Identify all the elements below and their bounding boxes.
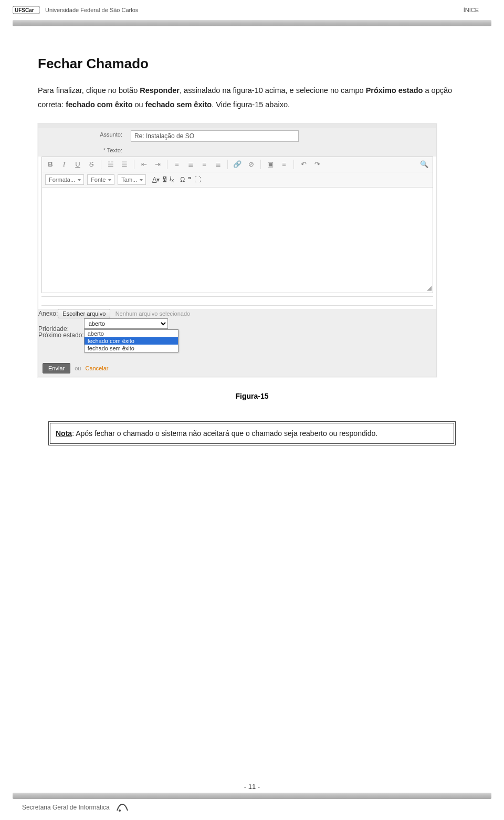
footer-line: Secretaria Geral de Informática bbox=[13, 802, 491, 813]
font-combo[interactable]: Fonte bbox=[87, 174, 114, 185]
numbered-list-icon[interactable]: ☱ bbox=[106, 159, 116, 170]
row-anexo: Anexo: Escolher arquivo Nenhum arquivo s… bbox=[38, 309, 436, 318]
dropdown-option-selected[interactable]: fechado com êxito bbox=[85, 337, 178, 345]
label-proximo-estado: Próximo estado: bbox=[38, 331, 84, 339]
proximo-estado-dropdown-open: aberto fechado com êxito fechado sem êxi… bbox=[84, 329, 178, 352]
outdent-icon[interactable]: ⇤ bbox=[139, 159, 149, 170]
note-prefix: Nota bbox=[56, 429, 72, 438]
resize-handle-icon[interactable]: ◢ bbox=[427, 284, 432, 292]
strike-icon[interactable]: S bbox=[86, 159, 97, 170]
toolbar-separator bbox=[134, 160, 134, 169]
row-texto-label: * Texto: bbox=[38, 144, 436, 157]
bold-icon[interactable]: B bbox=[45, 159, 56, 170]
toolbar-separator bbox=[167, 160, 167, 169]
note-text: : Após fechar o chamado o sistema não ac… bbox=[72, 429, 377, 438]
label-anexo: Anexo: bbox=[38, 310, 58, 317]
proximo-estado-select[interactable]: aberto bbox=[84, 318, 168, 329]
spacer-strip bbox=[41, 296, 433, 306]
rte-toolbar-row-1: B I U S ☱ ☰ ⇤ ⇥ ≡ ≣ ≡ ≣ 🔗 ⊘ ▣ ≡ bbox=[42, 157, 433, 172]
p-bold-responder: Responder bbox=[140, 86, 180, 95]
p-text: ou bbox=[133, 100, 145, 109]
ufscar-logo-icon: UFSCar bbox=[13, 4, 40, 16]
search-icon[interactable]: 🔍 bbox=[419, 159, 429, 170]
toolbar-separator bbox=[227, 160, 228, 169]
cancelar-link[interactable]: Cancelar bbox=[85, 365, 108, 371]
rich-text-editor: B I U S ☱ ☰ ⇤ ⇥ ≡ ≣ ≡ ≣ 🔗 ⊘ ▣ ≡ bbox=[41, 157, 433, 293]
align-left-icon[interactable]: ≡ bbox=[172, 159, 182, 170]
form-top-strip bbox=[38, 124, 436, 128]
page-footer: - 11 - Secretaria Geral de Informática bbox=[0, 794, 504, 820]
undo-icon[interactable]: ↶ bbox=[298, 159, 309, 170]
label-assunto: Assunto: bbox=[38, 128, 128, 141]
italic-icon[interactable]: I bbox=[59, 159, 69, 170]
p-bold-fse: fechado sem êxito bbox=[145, 100, 212, 109]
footer-secretaria: Secretaria Geral de Informática bbox=[22, 804, 110, 811]
toolbar-separator bbox=[101, 160, 101, 169]
row-assunto: Assunto: bbox=[38, 128, 436, 144]
quote-icon[interactable]: ❞ bbox=[188, 176, 191, 183]
logo-block: UFSCar Universidade Federal de São Carlo… bbox=[13, 4, 138, 16]
p-bold-proximo: Próximo estado bbox=[366, 86, 423, 95]
note-box: Nota: Após fechar o chamado o sistema nã… bbox=[48, 421, 456, 445]
bg-color-icon[interactable]: A bbox=[163, 177, 166, 182]
align-center-icon[interactable]: ≣ bbox=[185, 159, 196, 170]
footer-divider bbox=[13, 793, 491, 799]
dropdown-option[interactable]: aberto bbox=[85, 330, 178, 337]
label-texto: * Texto: bbox=[38, 144, 128, 157]
rte-textarea[interactable]: ◢ bbox=[42, 188, 433, 293]
fullscreen-icon[interactable]: ⛶ bbox=[194, 176, 201, 183]
p-text: Para finalizar, clique no botão bbox=[38, 86, 140, 95]
svg-point-2 bbox=[119, 809, 121, 812]
section-title: Fechar Chamado bbox=[38, 56, 466, 72]
figure-caption: Figura-15 bbox=[38, 392, 466, 400]
section-paragraph: Para finalizar, clique no botão Responde… bbox=[38, 84, 466, 112]
redo-icon[interactable]: ↷ bbox=[312, 159, 322, 170]
ou-text: ou bbox=[75, 365, 81, 371]
bullet-list-icon[interactable]: ☰ bbox=[119, 159, 130, 170]
assunto-input[interactable] bbox=[131, 130, 299, 142]
choose-file-button[interactable]: Escolher arquivo bbox=[58, 309, 110, 318]
image-icon[interactable]: ▣ bbox=[265, 159, 276, 170]
header-right-label: ÍNICE bbox=[464, 7, 491, 13]
align-justify-icon[interactable]: ≣ bbox=[213, 159, 223, 170]
hr-icon[interactable]: ≡ bbox=[279, 159, 289, 170]
university-name: Universidade Federal de São Carlos bbox=[45, 7, 138, 13]
enviar-button[interactable]: Enviar bbox=[43, 363, 70, 373]
rte-toolbar-row-2: Formata... Fonte Tam... A▾ A Ix Ω ❞ ⛶ bbox=[42, 172, 433, 188]
underline-icon[interactable]: U bbox=[72, 159, 83, 170]
clear-format-icon[interactable]: Ix bbox=[170, 175, 174, 183]
p-text: . Vide figura-15 abaixo. bbox=[212, 100, 290, 109]
special-char-icon[interactable]: Ω bbox=[180, 176, 185, 183]
unlink-icon[interactable]: ⊘ bbox=[246, 159, 256, 170]
form-bottom-bar: Enviar ou Cancelar bbox=[38, 360, 436, 377]
label-prioridade: Prioridade: bbox=[38, 325, 69, 333]
p-text: , assinalado na figura-10 acima, e selec… bbox=[180, 86, 366, 95]
page-header: UFSCar Universidade Federal de São Carlo… bbox=[0, 0, 504, 18]
file-hint-text: Nenhum arquivo selecionado bbox=[116, 310, 190, 317]
dropdown-option[interactable]: fechado sem êxito bbox=[85, 345, 178, 352]
header-divider bbox=[13, 20, 491, 26]
format-combo[interactable]: Formata... bbox=[45, 174, 84, 185]
p-bold-fce: fechado com êxito bbox=[66, 100, 132, 109]
toolbar-separator bbox=[293, 160, 294, 169]
page-number: - 11 - bbox=[13, 783, 491, 791]
text-color-icon[interactable]: A▾ bbox=[152, 176, 160, 183]
svg-text:UFSCar: UFSCar bbox=[15, 7, 34, 13]
size-combo[interactable]: Tam... bbox=[118, 174, 146, 185]
toolbar-separator bbox=[260, 160, 261, 169]
form-screenshot: Assunto: * Texto: B I U S ☱ ☰ ⇤ ⇥ ≡ bbox=[38, 123, 437, 377]
footer-logo-icon bbox=[115, 802, 130, 813]
align-right-icon[interactable]: ≡ bbox=[199, 159, 209, 170]
link-icon[interactable]: 🔗 bbox=[232, 159, 243, 170]
indent-icon[interactable]: ⇥ bbox=[152, 159, 163, 170]
